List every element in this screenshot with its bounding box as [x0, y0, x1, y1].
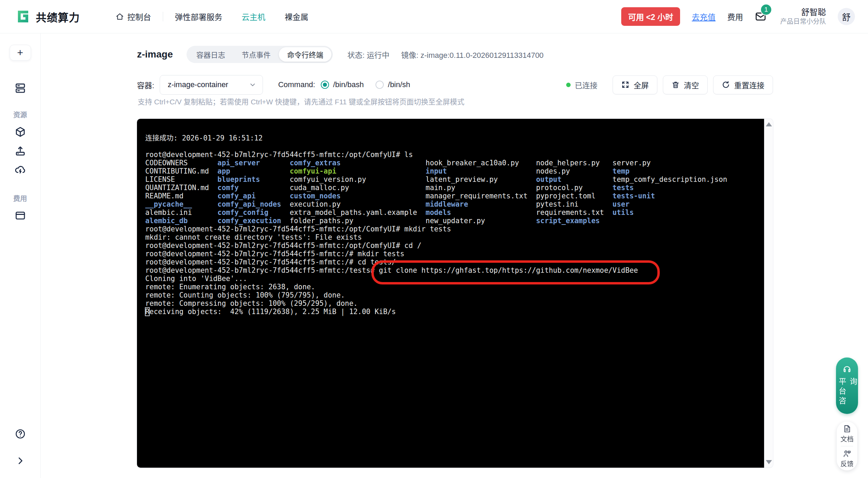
avatar[interactable]: 舒 — [838, 8, 855, 25]
chevron-down-icon — [249, 81, 256, 89]
radio-unselected-icon — [375, 81, 384, 89]
title-row: z-image 容器日志 节点事件 命令行终端 状态: 运行中 镜像: z-im… — [137, 46, 773, 63]
terminal-line: root@development-452-b7ml2ryc-7fd544cff5… — [145, 266, 759, 274]
user-name: 舒智聪 — [780, 7, 826, 18]
terminal-line: root@development-452-b7ml2ryc-7fd544cff5… — [145, 258, 759, 266]
connected-dot-icon — [566, 83, 571, 87]
nav-item-cloud-host[interactable]: 云主机 — [232, 11, 275, 22]
user-team: 产品日常小分队 — [780, 18, 826, 26]
billing-card-icon[interactable] — [13, 209, 27, 222]
image-label: 镜像: — [401, 51, 419, 60]
nav-right: 可用 <2 小时 去充值 费用 1 舒智聪 产品日常小分队 舒 — [621, 7, 855, 26]
nav-item-label: 弹性部署服务 — [175, 11, 222, 22]
upload-storage-icon[interactable] — [13, 144, 27, 158]
container-select-value: z-image-container — [168, 80, 228, 89]
status-value: 运行中 — [367, 51, 390, 60]
terminal-line: LICENSEblueprintscomfyui_version.pylaten… — [145, 175, 759, 184]
terminal-panel: 连接成功: 2026-01-29 16:51:12 root@developme… — [137, 119, 773, 468]
instance-meta: 状态: 运行中 镜像: z-image:0.11.0-2026012911331… — [347, 49, 543, 60]
scroll-down-icon[interactable] — [766, 460, 772, 464]
connection-status-text: 已连接 — [575, 79, 597, 90]
terminal-line: CODEOWNERSapi_servercomfy_extrashook_bre… — [145, 159, 759, 167]
floating-tools: 文档 反馈 — [837, 422, 857, 470]
images-package-icon[interactable] — [13, 125, 27, 139]
terminal-line: alembic.inicomfy_configextra_model_paths… — [145, 208, 759, 217]
tab-container-logs[interactable]: 容器日志 — [188, 47, 233, 62]
terminal-line: Cloning into 'VidBee'... — [145, 274, 759, 283]
main-content: z-image 容器日志 节点事件 命令行终端 状态: 运行中 镜像: z-im… — [41, 33, 868, 478]
terminal-output: 连接成功: 2026-01-29 16:51:12 root@developme… — [137, 119, 764, 468]
clear-button[interactable]: 清空 — [663, 75, 708, 94]
terminal-screen[interactable]: 连接成功: 2026-01-29 16:51:12 root@developme… — [137, 119, 764, 468]
page: 共绩算力 控制台 弹性部署服务 云主机 裸金属 — [0, 0, 868, 478]
quota-badge[interactable]: 可用 <2 小时 — [621, 7, 680, 26]
container-label: 容器: — [137, 79, 154, 90]
instances-icon[interactable] — [13, 81, 27, 95]
image-field: 镜像: z-image:0.11.0-20260129113314700 — [401, 49, 544, 60]
container-select[interactable]: z-image-container — [160, 75, 263, 95]
terminal-line: mkdir: cannot create directory 'tests': … — [145, 233, 759, 241]
scroll-up-icon[interactable] — [766, 122, 772, 126]
terminal-line: README.mdcomfy_apicustom_nodesmanager_re… — [145, 192, 759, 200]
create-new-button[interactable]: + — [10, 45, 31, 61]
left-sidebar: + 资源 费用 — [0, 33, 41, 478]
tab-node-events[interactable]: 节点事件 — [233, 47, 279, 62]
terminal-line: root@development-452-b7ml2ryc-7fd544cff5… — [145, 241, 759, 250]
cloud-compute-icon[interactable] — [13, 163, 27, 177]
terminal-line: QUANTIZATION.mdcomfycuda_malloc.pymain.p… — [145, 184, 759, 192]
terminal-line: Receiving objects: 42% (1119/2638), 2.25… — [145, 308, 759, 316]
sidebar-bottom — [13, 427, 27, 468]
feedback-icon — [843, 449, 851, 458]
mail-button[interactable]: 1 — [755, 11, 766, 22]
home-icon — [116, 12, 124, 21]
radio-selected-icon — [321, 81, 329, 89]
terminal-line: remote: Enumerating objects: 2638, done. — [145, 283, 759, 291]
radio-bin-sh[interactable]: /bin/sh — [375, 80, 410, 89]
user-info[interactable]: 舒智聪 产品日常小分队 — [780, 7, 826, 26]
nav-item-label: 控制台 — [127, 11, 151, 22]
mail-unread-badge: 1 — [760, 4, 772, 15]
command-label: Command: — [278, 80, 315, 89]
sidebar-group-resources: 资源 — [13, 110, 27, 120]
platform-support-label: 平台咨询 — [836, 377, 858, 414]
billing-link[interactable]: 费用 — [727, 11, 743, 22]
terminal-line: root@development-452-b7ml2ryc-7fd544cff5… — [145, 225, 759, 233]
divider — [841, 446, 853, 446]
nav-item-label: 云主机 — [242, 11, 265, 22]
top-navbar: 共绩算力 控制台 弹性部署服务 云主机 裸金属 — [0, 0, 868, 33]
terminal-line: 连接成功: 2026-01-29 16:51:12 — [145, 134, 759, 142]
nav-item-bare-metal[interactable]: 裸金属 — [275, 11, 318, 22]
view-tabs: 容器日志 节点事件 命令行终端 — [187, 46, 333, 63]
page-title: z-image — [137, 49, 173, 60]
nav-item-label: 裸金属 — [285, 11, 308, 22]
nav-divider — [163, 12, 163, 21]
radio-bin-bash[interactable]: /bin/bash — [321, 80, 364, 89]
brand-name: 共绩算力 — [36, 9, 80, 24]
terminal-line: root@development-452-b7ml2ryc-7fd544cff5… — [145, 150, 759, 159]
terminal-line: CONTRIBUTING.mdappcomfyui-apiinputnodes.… — [145, 167, 759, 175]
brand[interactable]: 共绩算力 — [17, 9, 80, 24]
terminal-line: remote: Compressing objects: 100% (295/2… — [145, 299, 759, 308]
platform-support-button[interactable]: 平台咨询 — [836, 357, 858, 414]
image-value: z-image:0.11.0-20260129113314700 — [421, 51, 544, 60]
docs-button[interactable]: 文档 — [840, 424, 854, 443]
recharge-link[interactable]: 去充值 — [692, 11, 716, 22]
feedback-button[interactable]: 反馈 — [840, 449, 854, 468]
nav-item-console[interactable]: 控制台 — [106, 11, 161, 22]
reconnect-button[interactable]: 重置连接 — [713, 75, 773, 94]
terminal-line: root@development-452-b7ml2ryc-7fd544cff5… — [145, 250, 759, 258]
nav-item-deploy[interactable]: 弹性部署服务 — [165, 11, 232, 22]
fullscreen-icon — [621, 81, 629, 89]
terminal-controls: 容器: z-image-container Command: /bin/bash… — [137, 75, 773, 95]
collapse-chevron-icon[interactable] — [13, 454, 27, 468]
nav-menu: 控制台 弹性部署服务 云主机 裸金属 — [106, 11, 318, 22]
terminal-scrollbar[interactable] — [764, 119, 773, 468]
fullscreen-button[interactable]: 全屏 — [613, 75, 657, 94]
sidebar-group-billing: 费用 — [13, 193, 27, 203]
tab-terminal[interactable]: 命令行终端 — [279, 47, 331, 62]
help-icon[interactable] — [13, 427, 27, 441]
trash-icon — [671, 81, 680, 89]
connection-status: 已连接 — [566, 79, 597, 90]
terminal-line: __pycache__comfy_api_nodesexecution.pymi… — [145, 200, 759, 208]
headset-icon — [842, 364, 852, 374]
